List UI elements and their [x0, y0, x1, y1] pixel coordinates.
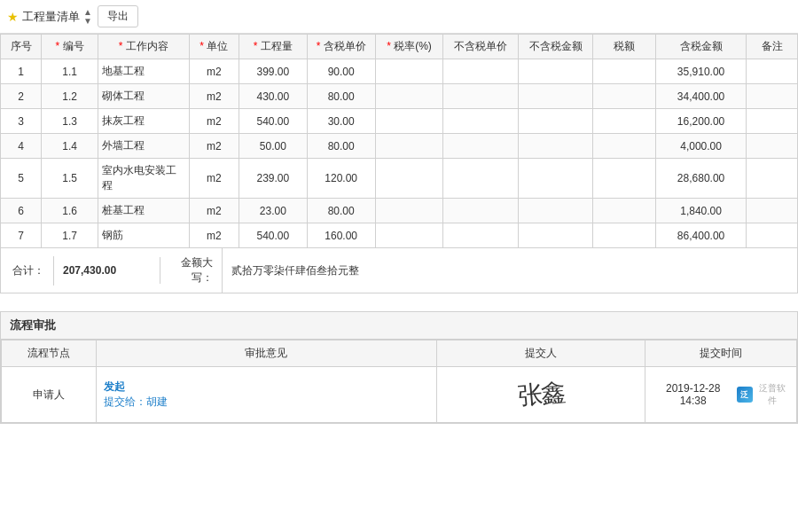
col-header-qty: * 工程量 [239, 35, 307, 59]
summary-row: 合计： 207,430.00 金额大写： 贰拾万零柒仟肆佰叁拾元整 [0, 248, 798, 293]
summary-label: 合计： [1, 256, 54, 286]
col-header-tax-price: * 含税单价 [307, 35, 375, 59]
cell-qty: 540.00 [239, 223, 307, 248]
cell-work: 钢筋 [98, 223, 189, 248]
cell-remark [747, 84, 798, 109]
toolbar-title-text: 工程量清单 [22, 9, 80, 25]
cell-tax-rate [375, 84, 443, 109]
wf-col-submitter: 提交人 [437, 340, 645, 367]
cell-unit: m2 [189, 59, 239, 84]
cell-remark [747, 59, 798, 84]
table-row: 5 1.5 室内水电安装工程 m2 239.00 120.00 28,680.0… [1, 159, 798, 199]
cell-tax-rate [375, 199, 443, 223]
workflow-header-row: 流程节点 审批意见 提交人 提交时间 [2, 340, 797, 367]
summary-value: 207,430.00 [54, 257, 160, 284]
cell-tax-amount [593, 59, 655, 84]
table-row: 2 1.2 砌体工程 m2 430.00 80.00 34,400.00 [1, 84, 798, 109]
cell-work: 地基工程 [98, 59, 189, 84]
cell-tax-price: 30.00 [307, 109, 375, 134]
cell-seq: 5 [1, 159, 42, 199]
cell-code: 1.2 [42, 84, 98, 109]
cell-code: 1.5 [42, 159, 98, 199]
brand-logo-icon: 泛 [737, 387, 752, 403]
cell-tax-amount [593, 134, 655, 159]
wf-node: 申请人 [2, 367, 97, 423]
cell-unit: m2 [189, 84, 239, 109]
cell-unit: m2 [189, 109, 239, 134]
cell-unit: m2 [189, 199, 239, 223]
cell-remark [747, 199, 798, 223]
cell-tax-price: 80.00 [307, 84, 375, 109]
wf-time-value: 2019-12-28 14:38 [653, 382, 733, 407]
cell-qty: 50.00 [239, 134, 307, 159]
cell-code: 1.3 [42, 109, 98, 134]
cell-tax-amount [593, 199, 655, 223]
export-button[interactable]: 导出 [98, 5, 138, 27]
watermark-logo: 泛 泛普软件 [737, 382, 789, 407]
cell-tax-amount [593, 109, 655, 134]
cell-remark [747, 134, 798, 159]
cell-notax-amount [518, 159, 593, 199]
cell-seq: 2 [1, 84, 42, 109]
cell-work: 外墙工程 [98, 134, 189, 159]
table-row: 6 1.6 桩基工程 m2 23.00 80.00 1,840.00 [1, 199, 798, 223]
table-row: 1 1.1 地基工程 m2 399.00 90.00 35,910.00 [1, 59, 798, 84]
cell-notax-price [443, 59, 519, 84]
cell-qty: 23.00 [239, 199, 307, 223]
cell-tax-amount [593, 159, 655, 199]
table-row: 7 1.7 钢筋 m2 540.00 160.00 86,400.00 [1, 223, 798, 248]
col-header-code: * 编号 [42, 35, 98, 59]
cell-qty: 399.00 [239, 59, 307, 84]
cell-notax-price [443, 199, 519, 223]
workflow-section: 流程审批 流程节点 审批意见 提交人 提交时间 申请人 发起 提交给：胡建 张鑫… [0, 311, 798, 424]
cell-tax-rate [375, 223, 443, 248]
cell-notax-price [443, 84, 519, 109]
cell-notax-price [443, 109, 519, 134]
cell-notax-amount [518, 199, 593, 223]
table-row: 4 1.4 外墙工程 m2 50.00 80.00 4,000.00 [1, 134, 798, 159]
cell-tax-price: 80.00 [307, 134, 375, 159]
cell-unit: m2 [189, 159, 239, 199]
opinion-forward: 提交给：胡建 [104, 395, 168, 408]
col-header-total: 含税金额 [655, 35, 746, 59]
workflow-body: 申请人 发起 提交给：胡建 张鑫 2019-12-28 14:38 泛 泛普软件 [2, 367, 797, 423]
sort-arrows-icon[interactable]: ▲▼ [83, 8, 92, 26]
cell-seq: 4 [1, 134, 42, 159]
cell-code: 1.4 [42, 134, 98, 159]
cell-total: 28,680.00 [655, 159, 746, 199]
brand-name: 泛普软件 [755, 382, 789, 407]
opinion-launch: 发起 [104, 380, 125, 393]
workflow-row: 申请人 发起 提交给：胡建 张鑫 2019-12-28 14:38 泛 泛普软件 [2, 367, 797, 423]
cell-notax-price [443, 134, 519, 159]
toolbar: ★ 工程量清单 ▲▼ 导出 [0, 0, 798, 34]
wf-submitter: 张鑫 [437, 367, 645, 423]
col-header-tax-amount: 税额 [593, 35, 655, 59]
table-body: 1 1.1 地基工程 m2 399.00 90.00 35,910.00 2 1… [1, 59, 798, 248]
summary-big-value: 贰拾万零柒仟肆佰叁拾元整 [223, 256, 797, 286]
col-header-work: * 工作内容 [98, 35, 189, 59]
data-table: 序号 * 编号 * 工作内容 * 单位 * 工程量 * 含税单价 * 税率(%)… [0, 34, 798, 248]
col-header-notax-price: 不含税单价 [443, 35, 519, 59]
cell-qty: 239.00 [239, 159, 307, 199]
cell-tax-rate [375, 109, 443, 134]
cell-tax-amount [593, 84, 655, 109]
cell-tax-rate [375, 159, 443, 199]
cell-tax-amount [593, 223, 655, 248]
cell-total: 86,400.00 [655, 223, 746, 248]
col-header-notax-amount: 不含税金额 [518, 35, 593, 59]
cell-code: 1.1 [42, 59, 98, 84]
cell-qty: 540.00 [239, 109, 307, 134]
cell-work: 抹灰工程 [98, 109, 189, 134]
cell-tax-rate [375, 59, 443, 84]
cell-seq: 3 [1, 109, 42, 134]
cell-notax-amount [518, 84, 593, 109]
cell-notax-amount [518, 59, 593, 84]
cell-unit: m2 [189, 134, 239, 159]
col-header-tax-rate: * 税率(%) [375, 35, 443, 59]
wf-col-opinion: 审批意见 [96, 340, 436, 367]
cell-remark [747, 109, 798, 134]
signature-text: 张鑫 [517, 376, 566, 413]
col-header-seq: 序号 [1, 35, 42, 59]
cell-total: 34,400.00 [655, 84, 746, 109]
cell-remark [747, 223, 798, 248]
